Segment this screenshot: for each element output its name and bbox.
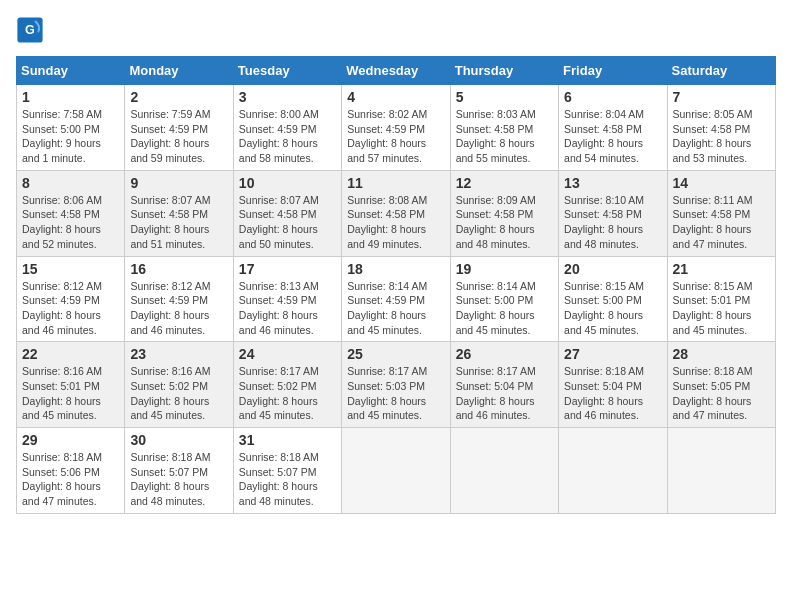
day-info: Sunrise: 8:12 AMSunset: 4:59 PMDaylight:… [22, 279, 119, 338]
day-number: 27 [564, 346, 661, 362]
day-number: 28 [673, 346, 770, 362]
day-info: Sunrise: 8:07 AMSunset: 4:58 PMDaylight:… [239, 193, 336, 252]
day-info: Sunrise: 8:05 AMSunset: 4:58 PMDaylight:… [673, 107, 770, 166]
day-info: Sunrise: 8:07 AMSunset: 4:58 PMDaylight:… [130, 193, 227, 252]
day-number: 13 [564, 175, 661, 191]
calendar-cell: 2Sunrise: 7:59 AMSunset: 4:59 PMDaylight… [125, 85, 233, 171]
weekday-saturday: Saturday [667, 57, 775, 85]
day-info: Sunrise: 8:06 AMSunset: 4:58 PMDaylight:… [22, 193, 119, 252]
calendar-cell: 24Sunrise: 8:17 AMSunset: 5:02 PMDayligh… [233, 342, 341, 428]
calendar-cell [450, 428, 558, 514]
calendar-cell: 3Sunrise: 8:00 AMSunset: 4:59 PMDaylight… [233, 85, 341, 171]
calendar-cell: 31Sunrise: 8:18 AMSunset: 5:07 PMDayligh… [233, 428, 341, 514]
calendar-cell: 30Sunrise: 8:18 AMSunset: 5:07 PMDayligh… [125, 428, 233, 514]
day-number: 24 [239, 346, 336, 362]
day-number: 4 [347, 89, 444, 105]
day-info: Sunrise: 8:00 AMSunset: 4:59 PMDaylight:… [239, 107, 336, 166]
calendar-cell: 19Sunrise: 8:14 AMSunset: 5:00 PMDayligh… [450, 256, 558, 342]
calendar-week-5: 29Sunrise: 8:18 AMSunset: 5:06 PMDayligh… [17, 428, 776, 514]
day-number: 10 [239, 175, 336, 191]
day-info: Sunrise: 8:18 AMSunset: 5:07 PMDaylight:… [239, 450, 336, 509]
calendar-cell: 7Sunrise: 8:05 AMSunset: 4:58 PMDaylight… [667, 85, 775, 171]
day-number: 5 [456, 89, 553, 105]
calendar-cell [559, 428, 667, 514]
calendar-cell: 22Sunrise: 8:16 AMSunset: 5:01 PMDayligh… [17, 342, 125, 428]
calendar-cell: 11Sunrise: 8:08 AMSunset: 4:58 PMDayligh… [342, 170, 450, 256]
day-number: 9 [130, 175, 227, 191]
day-info: Sunrise: 8:04 AMSunset: 4:58 PMDaylight:… [564, 107, 661, 166]
calendar-cell: 1Sunrise: 7:58 AMSunset: 5:00 PMDaylight… [17, 85, 125, 171]
day-number: 7 [673, 89, 770, 105]
calendar-cell: 4Sunrise: 8:02 AMSunset: 4:59 PMDaylight… [342, 85, 450, 171]
day-info: Sunrise: 8:13 AMSunset: 4:59 PMDaylight:… [239, 279, 336, 338]
day-number: 12 [456, 175, 553, 191]
weekday-thursday: Thursday [450, 57, 558, 85]
calendar-cell [667, 428, 775, 514]
calendar-cell: 23Sunrise: 8:16 AMSunset: 5:02 PMDayligh… [125, 342, 233, 428]
day-info: Sunrise: 8:14 AMSunset: 4:59 PMDaylight:… [347, 279, 444, 338]
day-number: 25 [347, 346, 444, 362]
day-number: 22 [22, 346, 119, 362]
day-info: Sunrise: 8:08 AMSunset: 4:58 PMDaylight:… [347, 193, 444, 252]
day-info: Sunrise: 8:02 AMSunset: 4:59 PMDaylight:… [347, 107, 444, 166]
calendar-cell: 27Sunrise: 8:18 AMSunset: 5:04 PMDayligh… [559, 342, 667, 428]
day-info: Sunrise: 8:17 AMSunset: 5:04 PMDaylight:… [456, 364, 553, 423]
calendar-cell: 9Sunrise: 8:07 AMSunset: 4:58 PMDaylight… [125, 170, 233, 256]
calendar-cell: 16Sunrise: 8:12 AMSunset: 4:59 PMDayligh… [125, 256, 233, 342]
weekday-header: SundayMondayTuesdayWednesdayThursdayFrid… [17, 57, 776, 85]
calendar-week-3: 15Sunrise: 8:12 AMSunset: 4:59 PMDayligh… [17, 256, 776, 342]
day-number: 8 [22, 175, 119, 191]
day-number: 30 [130, 432, 227, 448]
calendar-cell: 20Sunrise: 8:15 AMSunset: 5:00 PMDayligh… [559, 256, 667, 342]
day-info: Sunrise: 7:59 AMSunset: 4:59 PMDaylight:… [130, 107, 227, 166]
day-info: Sunrise: 8:18 AMSunset: 5:06 PMDaylight:… [22, 450, 119, 509]
calendar-cell: 26Sunrise: 8:17 AMSunset: 5:04 PMDayligh… [450, 342, 558, 428]
calendar-cell: 15Sunrise: 8:12 AMSunset: 4:59 PMDayligh… [17, 256, 125, 342]
day-number: 1 [22, 89, 119, 105]
calendar-cell: 25Sunrise: 8:17 AMSunset: 5:03 PMDayligh… [342, 342, 450, 428]
day-number: 15 [22, 261, 119, 277]
calendar-cell: 18Sunrise: 8:14 AMSunset: 4:59 PMDayligh… [342, 256, 450, 342]
weekday-wednesday: Wednesday [342, 57, 450, 85]
header: G [16, 16, 776, 44]
day-info: Sunrise: 8:11 AMSunset: 4:58 PMDaylight:… [673, 193, 770, 252]
calendar-cell [342, 428, 450, 514]
day-number: 29 [22, 432, 119, 448]
day-info: Sunrise: 7:58 AMSunset: 5:00 PMDaylight:… [22, 107, 119, 166]
day-number: 18 [347, 261, 444, 277]
day-number: 2 [130, 89, 227, 105]
day-number: 14 [673, 175, 770, 191]
day-number: 6 [564, 89, 661, 105]
logo: G [16, 16, 48, 44]
day-info: Sunrise: 8:12 AMSunset: 4:59 PMDaylight:… [130, 279, 227, 338]
calendar-cell: 6Sunrise: 8:04 AMSunset: 4:58 PMDaylight… [559, 85, 667, 171]
day-info: Sunrise: 8:16 AMSunset: 5:01 PMDaylight:… [22, 364, 119, 423]
day-info: Sunrise: 8:09 AMSunset: 4:58 PMDaylight:… [456, 193, 553, 252]
calendar-cell: 17Sunrise: 8:13 AMSunset: 4:59 PMDayligh… [233, 256, 341, 342]
calendar-cell: 12Sunrise: 8:09 AMSunset: 4:58 PMDayligh… [450, 170, 558, 256]
day-info: Sunrise: 8:18 AMSunset: 5:04 PMDaylight:… [564, 364, 661, 423]
calendar-week-1: 1Sunrise: 7:58 AMSunset: 5:00 PMDaylight… [17, 85, 776, 171]
day-info: Sunrise: 8:16 AMSunset: 5:02 PMDaylight:… [130, 364, 227, 423]
day-info: Sunrise: 8:17 AMSunset: 5:03 PMDaylight:… [347, 364, 444, 423]
calendar-cell: 8Sunrise: 8:06 AMSunset: 4:58 PMDaylight… [17, 170, 125, 256]
day-info: Sunrise: 8:15 AMSunset: 5:01 PMDaylight:… [673, 279, 770, 338]
day-info: Sunrise: 8:14 AMSunset: 5:00 PMDaylight:… [456, 279, 553, 338]
calendar-week-4: 22Sunrise: 8:16 AMSunset: 5:01 PMDayligh… [17, 342, 776, 428]
day-info: Sunrise: 8:15 AMSunset: 5:00 PMDaylight:… [564, 279, 661, 338]
calendar-body: 1Sunrise: 7:58 AMSunset: 5:00 PMDaylight… [17, 85, 776, 514]
weekday-friday: Friday [559, 57, 667, 85]
day-number: 3 [239, 89, 336, 105]
day-number: 26 [456, 346, 553, 362]
calendar-cell: 5Sunrise: 8:03 AMSunset: 4:58 PMDaylight… [450, 85, 558, 171]
calendar-cell: 10Sunrise: 8:07 AMSunset: 4:58 PMDayligh… [233, 170, 341, 256]
calendar-cell: 13Sunrise: 8:10 AMSunset: 4:58 PMDayligh… [559, 170, 667, 256]
day-number: 31 [239, 432, 336, 448]
day-number: 21 [673, 261, 770, 277]
day-info: Sunrise: 8:03 AMSunset: 4:58 PMDaylight:… [456, 107, 553, 166]
weekday-tuesday: Tuesday [233, 57, 341, 85]
calendar-table: SundayMondayTuesdayWednesdayThursdayFrid… [16, 56, 776, 514]
logo-icon: G [16, 16, 44, 44]
day-number: 16 [130, 261, 227, 277]
calendar-week-2: 8Sunrise: 8:06 AMSunset: 4:58 PMDaylight… [17, 170, 776, 256]
